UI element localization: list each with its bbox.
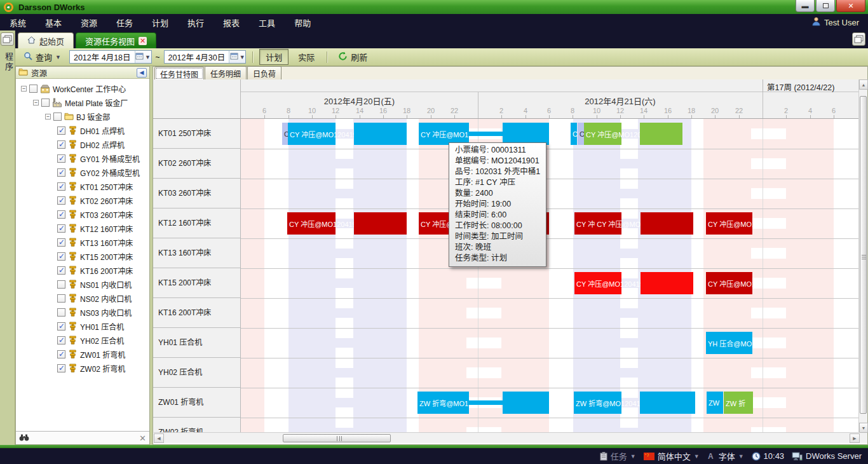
- tree-checkbox[interactable]: [57, 350, 65, 358]
- tree-item[interactable]: NS03 内收口机: [16, 305, 149, 319]
- tree-item[interactable]: KT01 250T冲床: [16, 179, 149, 193]
- gantt-bar[interactable]: ZW: [707, 392, 723, 414]
- statusbar-item-font[interactable]: A字体▼: [707, 450, 744, 462]
- program-side-strip[interactable]: 程序: [0, 31, 15, 445]
- minimize-button[interactable]: ▬: [796, 0, 815, 12]
- calendar-dropdown-button[interactable]: ▼: [229, 51, 245, 63]
- gantt-bar[interactable]: [641, 272, 693, 294]
- collapse-panel-button[interactable]: ◀: [137, 68, 147, 78]
- gantt-row-label[interactable]: KT16 200T冲床: [153, 298, 240, 328]
- tab-start-page[interactable]: 起始页: [18, 32, 74, 48]
- gantt-bar[interactable]: CY 冲压@MO12041904: [287, 212, 336, 235]
- gantt-row-label[interactable]: KT01 250T冲床: [153, 119, 240, 149]
- menu-item-帮助[interactable]: 帮助: [285, 17, 320, 29]
- date-to-picker[interactable]: 2012年 4月30日 ▼: [164, 50, 247, 64]
- gantt-bar[interactable]: [640, 123, 682, 145]
- tree-item[interactable]: DH02 点焊机: [16, 137, 149, 151]
- tree-checkbox[interactable]: [29, 85, 37, 93]
- tree-item[interactable]: NS02 内收口机: [16, 291, 149, 305]
- gantt-row-label[interactable]: KT02 260T冲床: [153, 149, 240, 179]
- tab-resource-task-view[interactable]: 资源任务视图 ✕: [76, 32, 156, 48]
- gantt-row-label[interactable]: KT15 200T冲床: [153, 268, 240, 298]
- gantt-tab-3[interactable]: 日负荷: [247, 66, 281, 79]
- horizontal-scrollbar-thumb[interactable]: [283, 434, 391, 442]
- tree-item[interactable]: NS01 内收口机: [16, 277, 149, 291]
- tree-checkbox[interactable]: [57, 210, 65, 219]
- gantt-bar[interactable]: CY 冲压@MO1: [706, 212, 752, 235]
- tree-item[interactable]: YH02 压合机: [16, 333, 149, 347]
- horizontal-scrollbar[interactable]: ◀ ▶: [154, 432, 860, 443]
- vertical-scrollbar-thumb[interactable]: [860, 96, 867, 414]
- gantt-bar[interactable]: [641, 212, 693, 235]
- menu-item-基本[interactable]: 基本: [36, 17, 71, 29]
- tree-checkbox[interactable]: [57, 336, 65, 345]
- gantt-bar[interactable]: [469, 132, 503, 136]
- tree-checkbox[interactable]: [57, 224, 65, 233]
- gantt-bar[interactable]: [354, 123, 407, 145]
- query-button[interactable]: 查询 ▼: [19, 50, 65, 64]
- user-indicator[interactable]: Test User: [811, 14, 859, 31]
- gantt-row-label[interactable]: YH01 压合机: [153, 328, 240, 358]
- tree-checkbox[interactable]: [53, 113, 62, 121]
- gantt-row-label[interactable]: KT12 160T冲床: [153, 208, 240, 238]
- menu-item-报表[interactable]: 报表: [214, 17, 249, 29]
- tree-checkbox[interactable]: [57, 196, 65, 205]
- tree-checkbox[interactable]: [57, 182, 65, 191]
- tree-item[interactable]: ZW01 折弯机: [16, 347, 149, 361]
- gantt-bar[interactable]: [469, 400, 503, 405]
- gantt-row-label[interactable]: KT13 160T冲床: [153, 238, 240, 268]
- menu-item-资源[interactable]: 资源: [71, 17, 107, 29]
- tree-checkbox[interactable]: [57, 154, 65, 163]
- tree-checkbox[interactable]: [57, 252, 65, 261]
- gantt-bar[interactable]: ZW 折弯@MO12041901: [574, 392, 621, 414]
- gantt-row-label[interactable]: YH02 压合机: [153, 358, 240, 388]
- scroll-right-icon[interactable]: ▶: [850, 433, 860, 443]
- window-list-icon[interactable]: [852, 32, 865, 46]
- gantt-bar[interactable]: CY 冲压@MO12041901: [288, 123, 336, 145]
- gantt-bar[interactable]: ZW 折: [724, 392, 753, 414]
- tree-checkbox[interactable]: [57, 126, 65, 135]
- tree-item[interactable]: ZW02 折弯机: [16, 361, 149, 375]
- tree-checkbox[interactable]: [41, 99, 50, 107]
- gantt-row-label[interactable]: ZW01 折弯机: [153, 388, 240, 418]
- tree-item[interactable]: KT12 160T冲床: [16, 221, 149, 235]
- actual-toggle-button[interactable]: 实际: [292, 50, 320, 64]
- tree-expander-icon[interactable]: −: [45, 114, 51, 119]
- tree-expander-icon[interactable]: −: [21, 86, 27, 92]
- menu-item-执行[interactable]: 执行: [178, 17, 214, 29]
- menu-item-系统[interactable]: 系统: [0, 17, 36, 29]
- close-button[interactable]: ✕: [836, 0, 865, 12]
- gantt-row-label[interactable]: KT03 260T冲床: [153, 179, 240, 208]
- gantt-bar[interactable]: C: [578, 123, 584, 145]
- tree-checkbox[interactable]: [57, 238, 65, 247]
- plan-toggle-button[interactable]: 计划: [259, 49, 288, 65]
- restore-button[interactable]: [816, 0, 835, 12]
- gantt-bar[interactable]: [640, 392, 695, 414]
- gantt-bar[interactable]: ZW 折弯@MO12041901: [417, 392, 469, 414]
- clear-search-icon[interactable]: ✕: [139, 433, 146, 443]
- refresh-button[interactable]: 刷新: [334, 50, 372, 64]
- menu-item-任务[interactable]: 任务: [107, 17, 142, 29]
- date-from-picker[interactable]: 2012年 4月18日 ▼: [69, 50, 152, 64]
- gantt-bar[interactable]: [503, 123, 549, 145]
- tree-search-bar[interactable]: ✕: [16, 431, 149, 444]
- tree-item[interactable]: −WorkCenter 工作中心: [16, 81, 149, 95]
- tree-item[interactable]: KT15 200T冲床: [16, 249, 149, 263]
- gantt-bar[interactable]: CY 冲压@MO1: [706, 272, 752, 294]
- gantt-bar[interactable]: CY 冲 CY 冲压@MO12041904: [574, 212, 621, 235]
- gantt-bar[interactable]: CY 冲压@MO12041902: [584, 123, 621, 145]
- gantt-bar[interactable]: C: [571, 123, 577, 145]
- menu-item-工具[interactable]: 工具: [249, 17, 285, 29]
- tree-checkbox[interactable]: [57, 168, 65, 177]
- statusbar-item-clipboard[interactable]: 任务▼: [600, 450, 636, 462]
- statusbar-item-clock[interactable]: 10:43: [752, 451, 785, 461]
- tree-item[interactable]: −Metal Plate 钣金厂: [16, 95, 149, 109]
- tree-checkbox[interactable]: [57, 280, 65, 289]
- gantt-tab-2[interactable]: 任务明细: [205, 66, 247, 79]
- tree-item[interactable]: DH01 点焊机: [16, 123, 149, 137]
- tree-checkbox[interactable]: [57, 266, 65, 275]
- tree-checkbox[interactable]: [57, 140, 65, 149]
- tab-close-icon[interactable]: ✕: [139, 37, 147, 45]
- tree-item[interactable]: KT16 200T冲床: [16, 263, 149, 277]
- gantt-bar[interactable]: CY 冲压@MO12041901: [419, 123, 469, 145]
